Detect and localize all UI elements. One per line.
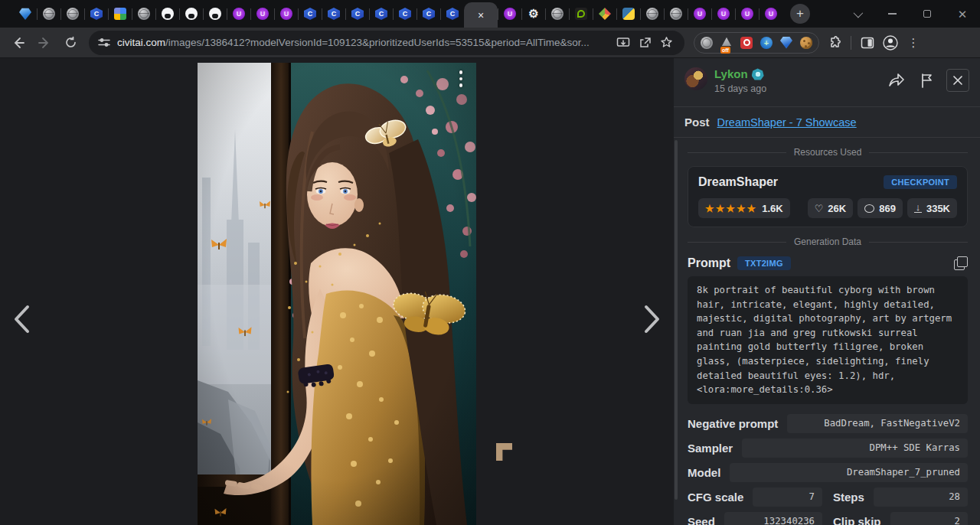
comment-stat-pill[interactable]: 869: [858, 198, 903, 218]
close-icon[interactable]: ✕: [945, 0, 980, 28]
site-info-icon[interactable]: [98, 38, 110, 48]
section-divider: Generation Data: [688, 236, 968, 247]
heart-stat-pill[interactable]: 26K: [808, 198, 854, 218]
side-panel-icon[interactable]: [857, 32, 878, 54]
uptodown-icon: U: [504, 8, 516, 20]
chevron-right-icon[interactable]: [637, 302, 668, 337]
profile-avatar-icon[interactable]: [880, 32, 901, 54]
extension-blueglobe-icon[interactable]: [758, 34, 775, 52]
pinned-tab-github[interactable]: [204, 0, 227, 28]
prompt-text[interactable]: 8k portrait of beautiful cyborg with bro…: [688, 276, 968, 404]
address-bar[interactable]: civitai.com/images/1386412?modelVersionI…: [89, 31, 684, 55]
pinned-tab-civitai[interactable]: C: [85, 0, 108, 28]
extension-gem-icon[interactable]: [778, 34, 795, 52]
pinned-tab-globe[interactable]: [61, 0, 84, 28]
extension-globe-icon[interactable]: [698, 34, 715, 52]
chevron-down-icon[interactable]: [839, 0, 874, 28]
pinned-tab-uptodown[interactable]: U: [251, 0, 274, 28]
close-icon[interactable]: [946, 69, 969, 92]
scrollbar-thumb[interactable]: [675, 140, 678, 500]
maximize-icon[interactable]: [910, 0, 945, 28]
pinned-tab-civitai[interactable]: C: [299, 0, 322, 28]
field-label: Negative prompt: [688, 417, 778, 430]
rating-pill[interactable]: ★★★★★ 1.6K: [698, 198, 790, 218]
pinned-tab-github[interactable]: [180, 0, 203, 28]
menu-kebab-icon[interactable]: ⋮: [903, 32, 924, 54]
download-stat-pill[interactable]: 335K: [907, 198, 957, 218]
pinned-tab-python[interactable]: [617, 0, 640, 28]
minimize-icon[interactable]: [874, 0, 910, 28]
field-value: DreamShaper_7_pruned: [730, 463, 968, 482]
pinned-tab-nvidia[interactable]: [570, 0, 593, 28]
puzzle-icon[interactable]: [824, 32, 845, 54]
gitlogo-icon: [599, 8, 611, 20]
pinned-tab-civitai[interactable]: C: [370, 0, 393, 28]
extension-redo-icon[interactable]: [738, 34, 755, 52]
gear-icon: ⚙: [528, 8, 540, 20]
pinned-tab-globe[interactable]: [38, 0, 60, 28]
pinned-tab-civitai[interactable]: C: [417, 0, 440, 28]
new-tab-button[interactable]: +: [790, 4, 810, 24]
forward-icon[interactable]: [32, 31, 57, 55]
chevron-left-icon[interactable]: [6, 302, 37, 337]
flag-icon[interactable]: [916, 69, 939, 92]
pinned-tab-gitlogo[interactable]: [593, 0, 616, 28]
pinned-tab-github[interactable]: [156, 0, 179, 28]
field-value: BadDream, FastNegativeV2: [787, 414, 968, 433]
avatar[interactable]: [684, 67, 707, 90]
field-negative-prompt: Negative promptBadDream, FastNegativeV2: [688, 414, 968, 433]
txt2img-badge: TXT2IMG: [737, 256, 791, 270]
url-text[interactable]: civitai.com/images/1386412?modelVersionI…: [117, 37, 612, 48]
reload-icon[interactable]: [58, 31, 83, 55]
back-icon[interactable]: [6, 31, 31, 55]
dots-vertical-icon[interactable]: [456, 66, 466, 92]
share-icon[interactable]: [885, 69, 908, 92]
pinned-tab-globe[interactable]: [665, 0, 688, 28]
tab-close-icon[interactable]: ×: [478, 10, 484, 21]
extension-cookie-icon[interactable]: [798, 34, 815, 52]
gem-icon: [19, 8, 31, 20]
uptodown-icon: U: [280, 8, 292, 20]
pinned-tab-apps[interactable]: [109, 0, 132, 28]
resource-name[interactable]: DreamShaper: [698, 175, 778, 189]
generated-image[interactable]: [198, 63, 476, 525]
pinned-tab-civitai[interactable]: C: [394, 0, 416, 28]
uptodown-icon: U: [256, 8, 269, 20]
globe-icon: [551, 8, 564, 20]
share-icon[interactable]: [634, 32, 655, 54]
blueglobe-icon: [760, 37, 773, 49]
pinned-tab-uptodown[interactable]: U: [688, 0, 711, 28]
pinned-tab-gear[interactable]: ⚙: [522, 0, 545, 28]
pinned-tab-civitai[interactable]: C: [441, 0, 464, 28]
tab-strip: CUUUCCCCCCC × U⚙UUUU + ✕: [0, 0, 980, 28]
toolbar-divider: [851, 36, 851, 50]
field-value: 7: [753, 488, 822, 507]
bookmark-star-icon[interactable]: [655, 32, 677, 54]
nvidia-icon: [575, 8, 587, 20]
pinned-tab-uptodown[interactable]: U: [227, 0, 250, 28]
field-model: ModelDreamShaper_7_pruned: [688, 463, 968, 482]
pinned-tab-globe[interactable]: [641, 0, 664, 28]
redo-icon: [740, 37, 753, 49]
active-tab[interactable]: ×: [464, 2, 498, 28]
pinned-tab-civitai[interactable]: C: [346, 0, 369, 28]
extension-mountain-icon[interactable]: off: [718, 34, 735, 52]
copy-icon[interactable]: [954, 256, 968, 270]
pinned-tab-globe[interactable]: [132, 0, 155, 28]
pinned-tab-globe[interactable]: [546, 0, 569, 28]
pinned-tab-uptodown[interactable]: U: [736, 0, 759, 28]
pinned-tab-gem[interactable]: [14, 0, 37, 28]
pinned-tab-uptodown[interactable]: U: [275, 0, 298, 28]
post-link[interactable]: DreamShaper - 7 Showcase: [717, 116, 857, 129]
pinned-tab-uptodown[interactable]: U: [712, 0, 735, 28]
heart-icon: [815, 203, 824, 214]
civitai-icon: C: [328, 8, 340, 20]
apps-icon: [114, 8, 126, 20]
resource-card[interactable]: DreamShaper CHECKPOINT ★★★★★ 1.6K 26K869…: [688, 166, 968, 227]
pinned-tab-uptodown[interactable]: U: [760, 0, 782, 28]
pinned-tab-uptodown[interactable]: U: [498, 0, 521, 28]
username-link[interactable]: Lykon: [714, 67, 748, 82]
install-icon[interactable]: [612, 32, 634, 54]
field-label: Seed: [688, 515, 715, 525]
pinned-tab-civitai[interactable]: C: [322, 0, 345, 28]
